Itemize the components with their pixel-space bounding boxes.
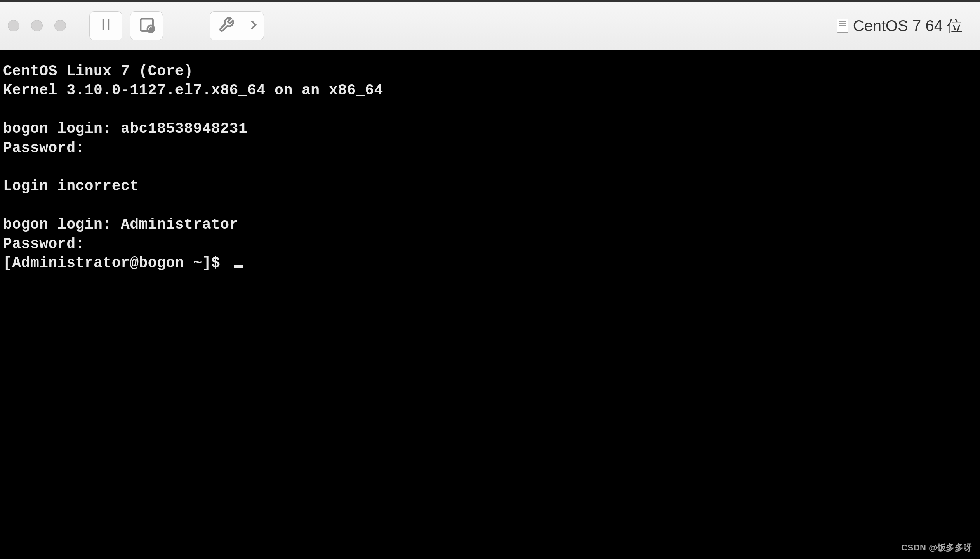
settings-button[interactable]	[210, 11, 243, 40]
pause-icon	[98, 17, 114, 35]
close-window-button[interactable]	[8, 20, 19, 31]
snapshot-icon	[139, 17, 155, 35]
expand-button[interactable]	[243, 11, 264, 40]
terminal-output: CentOS Linux 7 (Core) Kernel 3.10.0-1127…	[3, 62, 977, 273]
vm-title-area: CentOS 7 64 位	[837, 15, 963, 36]
password-prompt-2: Password:	[3, 236, 85, 252]
toolbar-button-group-tools	[210, 11, 264, 40]
password-prompt-1: Password:	[3, 140, 85, 156]
login-attempt-2: bogon login: Administrator	[3, 216, 238, 233]
login-attempt-1: bogon login: abc18538948231	[3, 120, 247, 137]
vm-toolbar: CentOS 7 64 位	[0, 2, 980, 50]
wrench-icon	[218, 17, 235, 35]
toolbar-button-group-left	[89, 11, 163, 40]
kernel-line: Kernel 3.10.0-1127.el7.x86_64 on an x86_…	[3, 82, 383, 99]
chevron-right-icon	[245, 17, 262, 35]
shell-prompt: [Administrator@bogon ~]$	[3, 255, 229, 271]
terminal-console[interactable]: CentOS Linux 7 (Core) Kernel 3.10.0-1127…	[0, 50, 980, 559]
snapshot-button[interactable]	[130, 11, 163, 40]
minimize-window-button[interactable]	[31, 20, 43, 31]
pause-button[interactable]	[89, 11, 122, 40]
terminal-cursor	[234, 265, 243, 268]
login-incorrect: Login incorrect	[3, 178, 139, 194]
traffic-lights	[8, 20, 66, 31]
os-name-line: CentOS Linux 7 (Core)	[3, 63, 193, 80]
watermark-text: CSDN @饭多多呀	[901, 542, 972, 554]
vm-title: CentOS 7 64 位	[853, 15, 963, 36]
document-icon	[837, 19, 848, 33]
maximize-window-button[interactable]	[54, 20, 66, 31]
